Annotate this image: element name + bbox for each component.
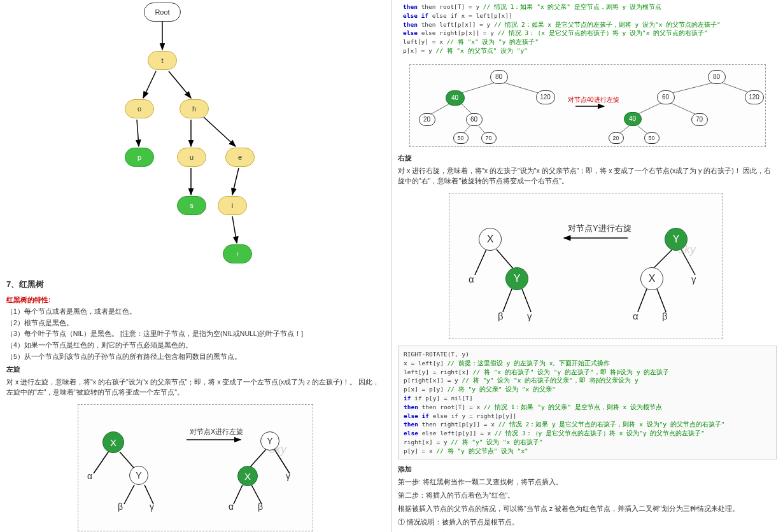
node-y-result: Y xyxy=(505,267,528,290)
rotate-40-label: 对节点40进行左旋 xyxy=(568,95,619,104)
leaf-gamma: γ xyxy=(150,501,154,512)
node-x-after: X xyxy=(237,466,258,486)
node-40-r: 40 xyxy=(624,112,642,126)
tree-node-p: p xyxy=(125,148,154,167)
right-column: then then root[T] = y // 情况 1：如果 "x 的父亲"… xyxy=(392,0,783,532)
add-title: 添加 xyxy=(398,465,777,474)
svg-line-19 xyxy=(504,83,542,94)
tree-node-label: p xyxy=(138,153,141,161)
leaf-beta: β xyxy=(118,501,123,512)
node-x-before: X xyxy=(102,431,124,453)
prop-1: （1）每个节点或者是黑色，或者是红色。 xyxy=(6,307,384,317)
leaf-b-src: β xyxy=(662,311,668,321)
prop-2: （2）根节点是黑色。 xyxy=(6,318,384,328)
tree-node-e: e xyxy=(225,148,255,167)
svg-line-2 xyxy=(169,71,191,98)
section-title: 7、红黑树 xyxy=(6,279,384,290)
leaf-a-res: α xyxy=(469,274,474,284)
add-p1: 第一步: 将红黑树当作一颗二叉查找树，将节点插入。 xyxy=(398,477,777,487)
prop-5: （5）从一个节点到该节点的子孙节点的所有路径上包含相同数目的黑节点。 xyxy=(6,352,384,362)
svg-line-33 xyxy=(497,249,513,269)
left-rotate-code-cont: then then root[T] = y // 情况 1：如果 "x 的父亲"… xyxy=(398,3,777,58)
svg-line-1 xyxy=(143,71,156,98)
svg-line-10 xyxy=(120,452,134,468)
leaf-alpha: α xyxy=(87,471,92,481)
rbtree-properties: 红黑树的特性: （1）每个节点或者是黑色，或者是红色。 （2）根节点是黑色。 （… xyxy=(6,295,384,362)
node-20-r: 20 xyxy=(609,132,624,144)
svg-line-11 xyxy=(124,485,134,504)
prop-4: （4）如果一个节点是红色的，则它的子节点必须是黑色的。 xyxy=(6,340,384,351)
right-rotate-desc: 对 x 进行右旋，意味着，将"x 的左孩子"设为"x 的父亲节点"；即，将 x … xyxy=(398,165,777,187)
svg-line-8 xyxy=(232,216,237,243)
prop-3: （3）每个叶子节点（NIL）是黑色。 [注意：这里叶子节点，是指为空(NIL或N… xyxy=(6,329,384,339)
tree-node-root: Root xyxy=(144,3,181,22)
node-label: X xyxy=(244,471,251,482)
left-rotate-figure: sky 对节点X进行左旋 X α Y β γ Y X γ α β xyxy=(78,404,313,531)
node-80-r: 80 xyxy=(708,70,726,84)
add-p4: ① 情况说明：被插入的节点是根节点。 xyxy=(398,517,777,528)
svg-line-38 xyxy=(638,289,647,312)
add-p3: 根据被插入节点的父节点的情况，可以将"当节点 z 被着色为红色节点，并插入二叉树… xyxy=(398,503,777,514)
node-80-l: 80 xyxy=(490,70,508,84)
node-x-src: X xyxy=(640,267,663,290)
leaf-b-res: β xyxy=(498,311,504,321)
tree-node-h: h xyxy=(180,99,209,118)
tree-node-label: i xyxy=(232,202,233,209)
leaf-a-src: α xyxy=(633,311,638,321)
leaf-beta2: β xyxy=(258,501,263,512)
node-y-src: Y xyxy=(665,228,688,251)
node-120-r: 120 xyxy=(745,90,764,104)
svg-line-16 xyxy=(234,485,243,504)
node-label: Y xyxy=(136,470,141,480)
rotate-x-label: 对节点X进行左旋 xyxy=(190,427,243,437)
rotate-40-figure: 对节点40进行左旋 80 40 120 20 60 50 70 80 60 12… xyxy=(409,64,766,147)
node-70-r: 70 xyxy=(691,113,708,126)
leaf-alpha2: α xyxy=(229,501,234,512)
tree-node-label: Root xyxy=(155,8,169,16)
node-70-l: 70 xyxy=(481,132,497,144)
right-rotate-code: RIGHT-ROTATE(T, y) x = left[y] // 前提：这里假… xyxy=(398,346,777,459)
svg-line-14 xyxy=(249,449,266,468)
props-title: 红黑树的特性: xyxy=(6,295,384,305)
tree-node-label: u xyxy=(190,153,194,161)
tree-node-i: i xyxy=(218,196,247,215)
node-y-before: Y xyxy=(129,466,148,485)
tree-node-label: e xyxy=(238,153,242,161)
node-x-result: X xyxy=(479,228,502,251)
tree-node-label: o xyxy=(138,105,141,113)
svg-line-5 xyxy=(204,117,236,146)
rotate-y-label: 对节点Y进行右旋 xyxy=(568,223,631,234)
leaf-gamma2: γ xyxy=(286,471,290,481)
tree-node-label: r xyxy=(236,250,239,258)
node-60-l: 60 xyxy=(466,113,483,126)
svg-line-9 xyxy=(94,449,110,473)
right-rotate-title: 右旋 xyxy=(398,153,777,163)
left-rotate-desc: 对 x 进行左旋，意味着，将"x 的右孩子"设为"x 的父亲节点"；即，将 x … xyxy=(6,377,384,398)
svg-line-3 xyxy=(137,120,139,146)
node-50-r: 50 xyxy=(644,132,660,144)
left-column: Root t o h p u e s i r 7、红黑树 红黑树的特性: （1）… xyxy=(0,0,392,532)
tree-node-t: t xyxy=(148,51,177,70)
node-60-r: 60 xyxy=(657,90,675,104)
tree-node-label: h xyxy=(192,105,196,113)
node-120-l: 120 xyxy=(536,90,555,104)
add-p5: 处理方法：直接把此节点涂为黑色。 xyxy=(398,530,777,532)
node-label: Y xyxy=(267,436,272,446)
top-tree-diagram: Root t o h p u e s i r xyxy=(89,3,331,270)
tree-node-u: u xyxy=(177,148,206,167)
svg-line-25 xyxy=(667,83,713,94)
svg-line-36 xyxy=(653,249,672,269)
tree-node-label: t xyxy=(161,57,163,64)
leaf-c-src: γ xyxy=(691,274,696,284)
svg-line-39 xyxy=(657,289,666,312)
tree-node-s: s xyxy=(177,196,206,215)
svg-line-34 xyxy=(503,289,512,312)
tree-node-label: s xyxy=(190,202,194,209)
right-rotate-figure: sky 对节点Y进行右旋 X α Y β γ Y X γ α β xyxy=(449,193,723,339)
svg-line-7 xyxy=(232,168,239,195)
node-label: X xyxy=(110,437,116,448)
node-y-after: Y xyxy=(260,431,279,451)
svg-line-35 xyxy=(522,289,531,312)
leaf-c-res: γ xyxy=(527,311,532,321)
left-rotate-title: 左旋 xyxy=(6,365,384,374)
